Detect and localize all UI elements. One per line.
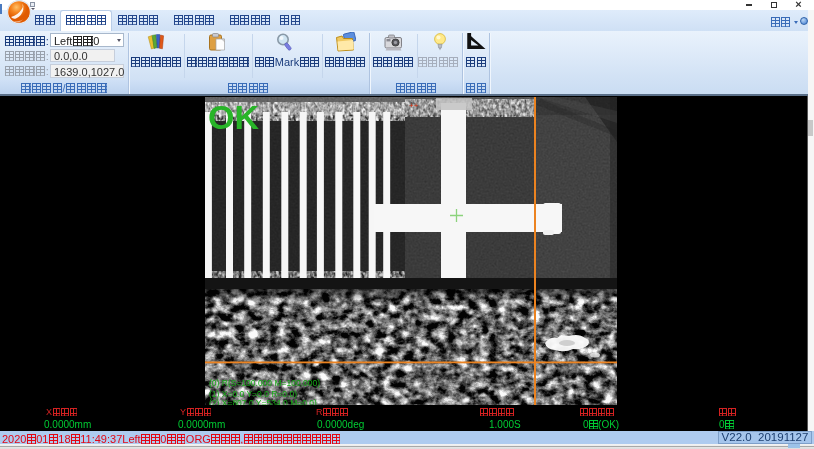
svg-text:OK: OK	[208, 98, 259, 136]
svg-text:(0) R(S=100.000 M=100.000): (0) R(S=100.000 M=100.000)	[209, 378, 320, 388]
svg-text:++: ++	[409, 101, 419, 110]
svg-text:(2) X=807.0 Y=534.0 M=0.0): (2) X=807.0 Y=534.0 M=0.0)	[209, 398, 317, 405]
